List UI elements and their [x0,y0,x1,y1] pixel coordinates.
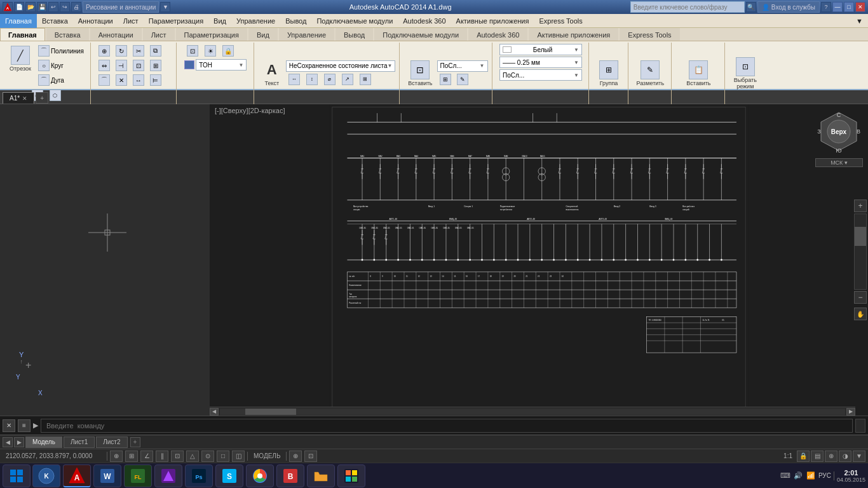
scroll-right-button[interactable]: ▶ [846,408,855,416]
search-input[interactable] [630,1,745,13]
network-icon[interactable]: 📶 [806,471,816,481]
keyboard-icon[interactable]: ⌨ [780,471,790,481]
add-sheet-button[interactable]: + [130,437,140,447]
taskbar-word[interactable]: W [93,464,121,487]
drawing-viewport[interactable]: [-][Сверху][2D-каркас] Верх С В Ю З МСК … [210,104,868,416]
undo-icon[interactable]: ↩ [48,2,58,12]
taskbar-app5[interactable]: S [215,464,243,487]
btn-scale[interactable]: ⊡ [130,58,147,72]
toolbar-dropdown-arrow[interactable]: ▼ [160,2,170,12]
lang-label[interactable]: РУС [818,472,831,479]
btn-pline[interactable]: ⌒ Полилиния [36,44,86,58]
cmd-scroll[interactable] [855,419,865,433]
cmd-close-button[interactable]: ✕ [3,419,15,432]
taskbar-autocad[interactable]: A [63,464,91,487]
taskbar-photoshop[interactable]: Ps [185,464,213,487]
btn-dim2[interactable]: ↕ [304,72,320,86]
status-3dosnap-icon[interactable]: ⊙ [201,451,214,462]
taskbar-app6[interactable]: B [276,464,304,487]
taskbar-folder[interactable] [307,464,335,487]
btn-extend[interactable]: ⊣ [113,58,130,72]
btn-arc[interactable]: ⌒ Дуга [36,73,86,87]
tab-sheet1[interactable]: Лист1 [64,437,95,448]
zoom-in-button[interactable]: + [854,200,867,212]
menu-home[interactable]: Главная [0,14,37,28]
status-grid-icon[interactable]: ⊞ [125,451,138,462]
taskbar-flstudio[interactable]: FL [124,464,152,487]
tab-a1[interactable]: A1* ✕ [3,92,34,104]
btn-rotate[interactable]: ↻ [113,44,130,58]
save-icon[interactable]: 💾 [37,2,47,12]
btn-circle[interactable]: ○ Круг [36,58,86,72]
volume-icon[interactable]: 🔊 [793,471,803,481]
autocad-logo-icon[interactable]: A [3,2,13,12]
menu-insert[interactable]: Вставка [37,14,73,28]
tab-insert[interactable]: Вставка [46,28,89,41]
btn-fillet[interactable]: ⌒ [96,73,112,87]
taskbar-chrome[interactable] [246,464,274,487]
login-button[interactable]: 👤 Вход в службы [757,1,820,13]
btn-block-create[interactable]: ⊞ [437,72,454,86]
clock[interactable]: 2:01 04.05.2015 [837,469,865,483]
status-lock-icon[interactable]: 🔒 [797,451,810,462]
linetype-dropdown[interactable]: ПоСл... ▼ [499,69,582,81]
status-model-label[interactable]: МОДЕЛЬ [250,451,283,462]
btn-layer2[interactable]: ☀ [202,44,219,58]
tab-parametric[interactable]: Параметризация [176,28,247,41]
msk-button[interactable]: МСК ▾ [815,158,863,167]
tab-a1-close[interactable]: ✕ [22,95,27,102]
tab-view[interactable]: Вид [248,28,278,41]
annotation-state-dropdown[interactable]: НеСохраненное состояние листа ▼ [286,60,396,72]
status-snap-icon[interactable]: ⊕ [110,451,123,462]
toolbar-dropdown[interactable]: Рисование и аннотации [83,1,159,13]
status-angle-icon[interactable]: ∠ [140,451,153,462]
horizontal-scrollbar[interactable]: ◀ ▶ [210,407,855,416]
restore-button[interactable]: □ [844,2,854,12]
tab-express[interactable]: Express Tools [620,28,679,41]
status-scale[interactable]: 1:1 [780,451,796,462]
btn-select-mode[interactable]: ⊡ Выбратьрежим [731,55,760,92]
btn-offset[interactable]: ⊨ [147,73,164,87]
new-tab-button[interactable]: + [36,92,48,104]
color-dropdown[interactable]: Белый ▼ [499,44,582,55]
btn-copy[interactable]: ⧉ [147,44,164,58]
status-dropdown-icon[interactable]: ▼ [853,451,865,462]
btn-layer1[interactable]: ⊡ [184,44,201,58]
menu-view[interactable]: Вид [208,14,231,28]
btn-erase[interactable]: ✕ [113,73,130,87]
status-view-icon[interactable]: ⊡ [304,451,317,462]
status-polar-icon[interactable]: ⊡ [171,451,184,462]
btn-trim[interactable]: ✂ [130,44,147,58]
btn-stretch[interactable]: ↔ [130,73,147,87]
cmd-input[interactable] [41,419,853,433]
btn-line[interactable]: ╱ Отрезок [6,44,34,87]
tab-annotation[interactable]: Аннотации [90,28,142,41]
taskbar-kortex[interactable]: K [32,464,60,487]
tab-output[interactable]: Вывод [336,28,373,41]
menu-sheet[interactable]: Лист [118,14,144,28]
zoom-out-button[interactable]: − [854,291,867,304]
menu-express-tools[interactable]: Express Tools [534,14,587,28]
zoom-thumb[interactable] [855,227,866,246]
btn-insert-block[interactable]: ⊡ Вставить [405,58,435,88]
btn-paste[interactable]: 📋 Вставить [683,58,714,88]
menu-manage[interactable]: Управление [231,14,280,28]
btn-leader[interactable]: ↗ [339,72,356,86]
status-dyn-icon[interactable]: ◫ [232,451,245,462]
horizontal-scroll-thumb[interactable] [245,409,296,415]
btn-table[interactable]: ⊞ [357,72,374,86]
menu-active-apps[interactable]: Активные приложения [451,14,534,28]
tab-sheet[interactable]: Лист [143,28,175,41]
search-icon[interactable]: 🔍 [746,2,756,12]
tab-apps[interactable]: Активные приложения [529,28,618,41]
status-coords[interactable]: 2120.0527, 2033.8797, 0.0000 [3,451,104,462]
btn-move[interactable]: ⊕ [96,44,112,58]
model-nav-next[interactable]: ▶ [14,437,24,447]
taskbar-app7[interactable] [337,464,365,487]
status-menu-icon[interactable]: ▤ [811,451,824,462]
tab-home[interactable]: Главная [0,28,45,41]
status-osnap-icon[interactable]: △ [186,451,199,462]
tab-sheet2[interactable]: Лист2 [96,437,127,448]
menu-plugins[interactable]: Подключаемые модули [311,14,398,28]
redo-icon[interactable]: ↪ [60,2,70,12]
